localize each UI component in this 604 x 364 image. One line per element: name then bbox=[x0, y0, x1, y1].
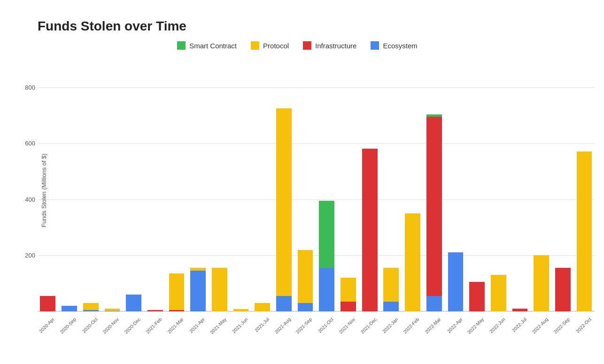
bar-group: 2020-Sep bbox=[59, 59, 80, 322]
legend-item: Infrastructure bbox=[303, 41, 356, 50]
legend-color-box bbox=[251, 41, 259, 50]
bar-segment-ecosystem bbox=[276, 296, 292, 311]
bar-group: 2020-Apr bbox=[38, 59, 58, 322]
bar-segment-protocol bbox=[534, 255, 549, 311]
legend-color-box bbox=[177, 41, 186, 50]
x-label: 2022-Feb bbox=[403, 317, 420, 334]
legend-item: Smart Contract bbox=[177, 41, 237, 50]
legend-item: Protocol bbox=[251, 41, 289, 50]
bar-segment-infrastructure bbox=[169, 310, 185, 311]
bar-segment-ecosystem bbox=[298, 303, 313, 311]
bar-group: 2022-Mar bbox=[424, 59, 444, 322]
bar-segment-infrastructure bbox=[426, 117, 442, 296]
bar-stack bbox=[40, 296, 55, 311]
y-tick-label: 400 bbox=[16, 196, 35, 203]
x-label: 2022-Jul bbox=[511, 317, 528, 333]
bar-group: 2022-May bbox=[467, 59, 488, 322]
x-label: 2020-Apr bbox=[39, 317, 56, 334]
x-label: 2022-Oct bbox=[575, 317, 592, 334]
x-label: 2021-Mar bbox=[166, 317, 184, 334]
bar-group: 2020-Dec bbox=[124, 59, 144, 322]
bar-stack bbox=[383, 268, 399, 311]
x-label: 2021-Sep bbox=[295, 317, 313, 334]
bar-segment-protocol bbox=[577, 152, 592, 311]
x-label: 2022-Sep bbox=[552, 317, 570, 334]
bar-stack bbox=[255, 303, 270, 311]
bar-segment-ecosystem bbox=[190, 271, 206, 311]
legend-color-box bbox=[371, 41, 379, 50]
bar-segment-protocol bbox=[276, 108, 292, 296]
y-tick-label: 800 bbox=[16, 83, 35, 91]
x-label: 2020-Nov bbox=[102, 317, 120, 334]
bar-segment-protocol bbox=[212, 268, 227, 311]
bar-group: 2020-Oct bbox=[80, 59, 101, 322]
bar-stack bbox=[534, 255, 549, 311]
bar-group: 2022-Oct bbox=[574, 59, 595, 322]
bar-group: 2021-Feb bbox=[145, 59, 165, 322]
bar-stack bbox=[512, 309, 528, 311]
bar-stack bbox=[190, 268, 206, 311]
bar-stack bbox=[405, 213, 420, 311]
bar-segment-ecosystem bbox=[62, 306, 77, 311]
bar-stack bbox=[448, 252, 464, 311]
bar-segment-infrastructure bbox=[341, 302, 356, 311]
bar-stack bbox=[62, 306, 77, 311]
bar-group: 2021-Jul bbox=[252, 59, 273, 322]
bar-group: 2022-Feb bbox=[403, 59, 423, 322]
bar-group: 2021-Dec bbox=[359, 59, 380, 322]
bar-segment-smartContract bbox=[319, 201, 334, 268]
bar-stack bbox=[577, 152, 592, 311]
bar-segment-protocol bbox=[341, 278, 356, 302]
bar-group: 2021-Jun bbox=[231, 59, 251, 322]
bar-segment-protocol bbox=[255, 303, 270, 311]
bar-segment-ecosystem bbox=[83, 310, 99, 311]
bar-segment-infrastructure bbox=[555, 268, 571, 311]
bar-segment-ecosystem bbox=[126, 295, 141, 311]
x-label: 2021-Dec bbox=[359, 317, 377, 334]
legend-label: Infrastructure bbox=[315, 42, 356, 50]
bar-segment-protocol bbox=[83, 303, 99, 310]
bar-stack bbox=[276, 108, 292, 311]
chart-area: Funds Stolen (Millions of $) 20040060080… bbox=[38, 59, 595, 322]
bar-stack bbox=[341, 278, 356, 311]
bar-segment-ecosystem bbox=[448, 252, 464, 311]
bar-stack bbox=[147, 310, 163, 311]
bar-stack bbox=[233, 309, 249, 311]
legend-label: Smart Contract bbox=[189, 42, 237, 50]
x-label: 2021-Nov bbox=[338, 317, 356, 334]
bar-group: 2022-Jan bbox=[381, 59, 402, 322]
x-label: 2021-Oct bbox=[317, 317, 334, 334]
bar-segment-ecosystem bbox=[319, 268, 334, 311]
x-label: 2020-Oct bbox=[81, 317, 99, 334]
chart-title: Funds Stolen over Time bbox=[38, 19, 595, 34]
x-label: 2021-May bbox=[209, 317, 227, 335]
bars-wrapper: 2020-Apr2020-Sep2020-Oct2020-Nov2020-Dec… bbox=[38, 59, 595, 322]
x-label: 2022-Mar bbox=[424, 317, 442, 334]
bar-stack bbox=[298, 250, 313, 312]
chart-container: Funds Stolen over Time Smart ContractPro… bbox=[0, 0, 604, 364]
legend-label: Ecosystem bbox=[383, 42, 417, 50]
bar-stack bbox=[212, 268, 227, 311]
bar-segment-protocol bbox=[405, 213, 420, 311]
bar-group: 2021-Nov bbox=[338, 59, 359, 322]
bar-group: 2022-Aug bbox=[531, 59, 552, 322]
bar-stack bbox=[491, 275, 506, 311]
bar-stack bbox=[83, 303, 99, 311]
bar-segment-protocol bbox=[491, 275, 506, 311]
bar-segment-infrastructure bbox=[512, 309, 528, 311]
bar-segment-ecosystem bbox=[105, 311, 120, 311]
bar-group: 2021-Aug bbox=[274, 59, 294, 322]
bar-group: 2021-May bbox=[209, 59, 230, 322]
legend-item: Ecosystem bbox=[371, 41, 417, 50]
bar-stack bbox=[169, 273, 185, 311]
bar-group: 2022-Apr bbox=[445, 59, 466, 322]
bar-stack bbox=[426, 114, 442, 311]
x-label: 2022-Jun bbox=[489, 317, 506, 334]
bar-stack bbox=[469, 282, 485, 311]
bar-segment-infrastructure bbox=[362, 149, 378, 311]
bar-segment-protocol bbox=[233, 309, 249, 311]
bar-segment-protocol bbox=[169, 273, 185, 310]
x-label: 2021-Apr bbox=[188, 317, 206, 334]
legend: Smart ContractProtocolInfrastructureEcos… bbox=[0, 41, 595, 50]
bar-stack bbox=[555, 268, 571, 311]
